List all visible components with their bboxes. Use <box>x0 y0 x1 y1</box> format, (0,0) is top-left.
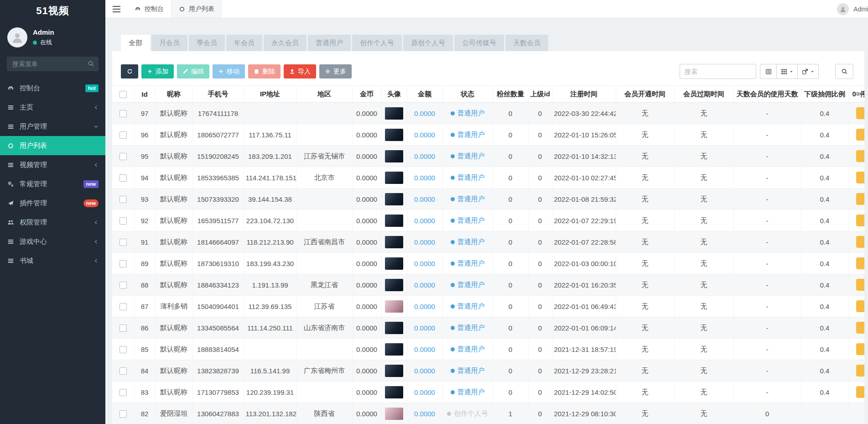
toggle-detail-view-button[interactable] <box>760 64 777 79</box>
row-flag-toggle[interactable] <box>856 172 865 183</box>
status-badge[interactable]: 普通用户 <box>451 259 485 268</box>
row-checkbox[interactable] <box>120 346 127 353</box>
amount-link[interactable]: 0.0000 <box>414 131 435 139</box>
sidebar-item-game-center[interactable]: 游戏中心 <box>0 232 105 251</box>
topbar-user[interactable]: Admin <box>837 0 868 18</box>
status-badge[interactable]: 普通用户 <box>451 345 485 354</box>
menu-search-input[interactable] <box>7 57 99 71</box>
status-badge[interactable]: 普通用户 <box>451 152 485 161</box>
status-badge[interactable]: 普通用户 <box>451 195 485 204</box>
edit-button[interactable]: 编辑 <box>177 64 209 79</box>
row-flag-toggle[interactable] <box>856 107 865 119</box>
amount-link[interactable]: 0.0000 <box>414 260 435 267</box>
row-flag-toggle[interactable] <box>856 257 865 269</box>
amount-link[interactable]: 0.0000 <box>414 174 435 182</box>
status-badge[interactable]: 普通用户 <box>451 366 485 375</box>
status-badge[interactable]: 普通用户 <box>451 109 485 118</box>
row-checkbox[interactable] <box>120 389 127 396</box>
tab-monthly-member[interactable]: 月会员 <box>151 35 187 51</box>
tab-permanent-member[interactable]: 永久会员 <box>264 35 307 51</box>
table-row: 92默认昵称16539511577223.104.72.1300.00000.0… <box>112 210 864 231</box>
refresh-button[interactable] <box>121 64 138 79</box>
status-badge[interactable]: 普通用户 <box>451 216 485 225</box>
amount-link[interactable]: 0.0000 <box>414 345 435 353</box>
move-button[interactable]: 移动 <box>213 64 245 79</box>
row-flag-toggle[interactable] <box>856 322 865 334</box>
status-badge[interactable]: 普通用户 <box>451 173 485 182</box>
status-badge[interactable]: 普通用户 <box>451 388 485 397</box>
amount-link[interactable]: 0.0000 <box>414 324 435 332</box>
row-flag-toggle[interactable] <box>856 150 865 162</box>
row-checkbox[interactable] <box>120 217 127 225</box>
amount-link[interactable]: 0.0000 <box>414 217 435 225</box>
status-badge[interactable]: 普通用户 <box>451 281 485 289</box>
row-flag-toggle[interactable] <box>856 386 865 398</box>
row-checkbox[interactable] <box>120 196 127 203</box>
amount-link[interactable]: 0.0000 <box>414 152 435 160</box>
table-row: 95默认昵称15190208245183.209.1.201江苏省无锡市0.00… <box>112 146 864 167</box>
table-search-button[interactable] <box>835 64 853 79</box>
sidebar-item-dashboard[interactable]: 控制台 hot <box>0 79 105 98</box>
row-flag-toggle[interactable] <box>856 300 865 312</box>
row-checkbox[interactable] <box>120 153 127 160</box>
more-button[interactable]: 更多 <box>319 64 352 79</box>
tab-creator-personal[interactable]: 创作个人号 <box>352 35 402 51</box>
row-flag-toggle[interactable] <box>856 193 865 205</box>
row-flag-toggle[interactable] <box>856 236 865 248</box>
row-checkbox[interactable] <box>120 174 127 182</box>
import-button[interactable]: 导入 <box>284 64 316 79</box>
row-checkbox[interactable] <box>120 131 127 139</box>
row-flag-toggle[interactable] <box>856 129 865 141</box>
export-button[interactable] <box>798 64 819 79</box>
row-checkbox[interactable] <box>120 239 127 246</box>
amount-link[interactable]: 0.0000 <box>414 281 435 289</box>
row-checkbox[interactable] <box>120 303 127 310</box>
sidebar-item-user-management[interactable]: 用户管理 <box>0 117 105 136</box>
tab-quarterly-member[interactable]: 季会员 <box>189 35 225 51</box>
tab-original-personal[interactable]: 原创个人号 <box>403 35 453 51</box>
sidebar-item-permission-management[interactable]: 权限管理 <box>0 213 105 232</box>
delete-button[interactable]: 删除 <box>248 64 281 79</box>
row-flag-toggle[interactable] <box>856 365 865 377</box>
tab-console[interactable]: 控制台 <box>127 0 172 18</box>
row-checkbox[interactable] <box>120 282 127 289</box>
row-checkbox[interactable] <box>120 325 127 332</box>
row-checkbox[interactable] <box>120 110 127 117</box>
row-flag-toggle[interactable] <box>856 215 865 226</box>
sidebar-item-general-management[interactable]: 常规管理 new <box>0 174 105 194</box>
sidebar-item-plugin-management[interactable]: 插件管理 new <box>0 194 105 213</box>
sidebar-item-home[interactable]: 主页 <box>0 98 105 117</box>
row-flag-toggle[interactable] <box>856 279 865 291</box>
row-checkbox[interactable] <box>120 367 127 375</box>
select-all-checkbox[interactable] <box>120 91 127 98</box>
tab-yearly-member[interactable]: 年会员 <box>226 35 262 51</box>
table-search-input[interactable] <box>680 64 756 79</box>
amount-link[interactable]: 0.0000 <box>414 303 435 310</box>
status-badge[interactable]: 普通用户 <box>451 302 485 311</box>
amount-link[interactable]: 0.0000 <box>414 410 435 418</box>
cell-coins: 0.0000 <box>352 146 381 167</box>
sidebar-item-video-management[interactable]: 视频管理 <box>0 155 105 174</box>
sidebar-item-user-list[interactable]: 用户列表 <box>0 136 105 155</box>
add-button[interactable]: 添加 <box>141 64 174 79</box>
row-checkbox[interactable] <box>120 260 127 267</box>
amount-link[interactable]: 0.0000 <box>414 388 435 396</box>
amount-link[interactable]: 0.0000 <box>414 110 435 117</box>
amount-link[interactable]: 0.0000 <box>414 195 435 203</box>
tab-company-media[interactable]: 公司传媒号 <box>454 35 504 51</box>
sidebar-toggle-button[interactable] <box>105 0 127 18</box>
tab-days-member[interactable]: 天数会员 <box>505 35 548 51</box>
status-badge[interactable]: 普通用户 <box>451 131 485 139</box>
amount-link[interactable]: 0.0000 <box>414 367 435 375</box>
status-badge[interactable]: 创作个人号 <box>447 409 488 418</box>
tab-normal-user[interactable]: 普通用户 <box>308 35 351 51</box>
row-checkbox[interactable] <box>120 410 127 418</box>
tab-user-list[interactable]: 用户列表 <box>172 0 222 18</box>
toggle-columns-button[interactable] <box>777 64 798 79</box>
row-flag-toggle[interactable] <box>856 343 865 355</box>
tab-all[interactable]: 全部 <box>121 35 150 51</box>
amount-link[interactable]: 0.0000 <box>414 238 435 246</box>
status-badge[interactable]: 普通用户 <box>451 238 485 246</box>
sidebar-item-book-city[interactable]: 书城 <box>0 251 105 270</box>
status-badge[interactable]: 普通用户 <box>451 324 485 332</box>
